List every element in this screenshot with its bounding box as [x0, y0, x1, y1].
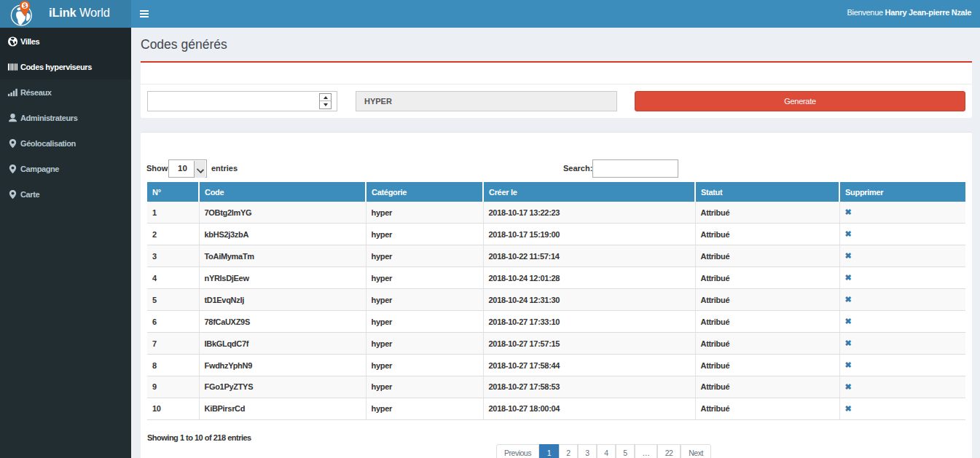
svg-text:$: $ — [23, 2, 27, 9]
